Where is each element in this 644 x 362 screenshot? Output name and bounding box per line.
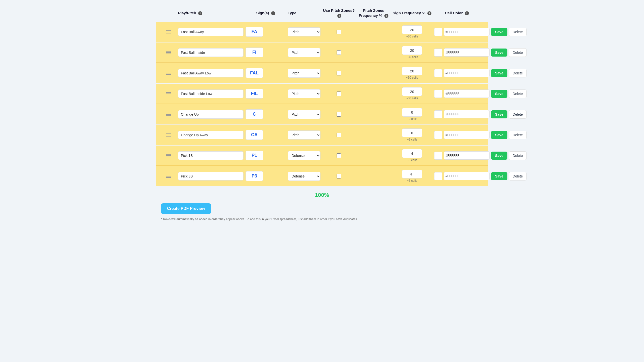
save-button[interactable]: Save (491, 49, 507, 57)
drag-handle[interactable] (161, 92, 176, 95)
color-swatch[interactable] (434, 172, 442, 180)
type-select[interactable]: PitchDefenseBase Running (288, 89, 320, 98)
col-header-sign-freq: Sign Frequency % i (392, 11, 432, 16)
color-hex-input[interactable] (444, 48, 490, 57)
delete-button[interactable]: Delete (509, 28, 527, 36)
sign-freq-cell: ~6 cells (392, 170, 432, 183)
drag-handle[interactable] (161, 113, 176, 116)
color-hex-input[interactable] (444, 89, 490, 98)
delete-button[interactable]: Delete (509, 151, 527, 160)
color-swatch[interactable] (434, 49, 442, 57)
color-hex-input[interactable] (444, 131, 490, 139)
type-cell: PitchDefenseBase Running (288, 151, 320, 160)
sign-freq-input[interactable] (402, 67, 422, 75)
sign-freq-input[interactable] (402, 149, 422, 158)
sign-freq-input[interactable] (402, 170, 422, 178)
sign-freq-input[interactable] (402, 46, 422, 55)
use-pitch-zones-checkbox[interactable] (337, 153, 341, 158)
cells-label: ~6 cells (407, 158, 417, 162)
signs-info-icon[interactable]: i (271, 11, 275, 15)
pitch-name-input[interactable] (178, 28, 244, 36)
create-pdf-button[interactable]: Create PDF Preview (161, 203, 211, 214)
type-select[interactable]: PitchDefenseBase Running (288, 27, 320, 36)
save-button[interactable]: Save (491, 90, 507, 98)
pitch-name-input[interactable] (178, 69, 244, 77)
type-select[interactable]: PitchDefenseBase Running (288, 172, 320, 181)
actions-cell: Save Delete (491, 28, 527, 36)
drag-handle[interactable] (161, 154, 176, 157)
actions-cell: Save Delete (491, 89, 527, 98)
use-pitch-zones-checkbox[interactable] (337, 112, 341, 117)
type-select[interactable]: PitchDefenseBase Running (288, 130, 320, 140)
drag-handle[interactable] (161, 30, 176, 33)
save-button[interactable]: Save (491, 172, 507, 180)
col-header-play-pitch: Play/Pitch i (178, 11, 244, 16)
save-button[interactable]: Save (491, 131, 507, 139)
delete-button[interactable]: Delete (509, 172, 527, 180)
pitch-name-input[interactable] (178, 89, 244, 98)
use-pitch-zones-info-icon[interactable]: i (337, 14, 341, 18)
pitch-name-input[interactable] (178, 151, 244, 160)
use-pitch-zones-checkbox[interactable] (337, 30, 341, 34)
type-select[interactable]: PitchDefenseBase Running (288, 69, 320, 78)
sign-cell: FA (246, 27, 286, 37)
table-row: C PitchDefenseBase Running ~9 cells Save… (156, 104, 488, 124)
delete-button[interactable]: Delete (509, 131, 527, 139)
delete-button[interactable]: Delete (509, 110, 527, 119)
delete-button[interactable]: Delete (509, 48, 527, 57)
play-pitch-info-icon[interactable]: i (198, 11, 202, 15)
type-select[interactable]: PitchDefenseBase Running (288, 110, 320, 119)
type-cell: PitchDefenseBase Running (288, 48, 320, 57)
delete-button[interactable]: Delete (509, 69, 527, 77)
save-button[interactable]: Save (491, 152, 507, 160)
save-button[interactable]: Save (491, 69, 507, 77)
use-pitch-zones-checkbox[interactable] (337, 133, 341, 137)
color-swatch[interactable] (434, 110, 442, 118)
footer-text: * Rows will automatically be added in or… (156, 217, 488, 221)
pitch-name-input[interactable] (178, 172, 244, 180)
sign-freq-input[interactable] (402, 128, 422, 137)
cell-color-cell: Save Delete (434, 89, 479, 98)
type-select[interactable]: PitchDefenseBase Running (288, 48, 320, 57)
type-select[interactable]: PitchDefenseBase Running (288, 151, 320, 160)
sign-cell: FI (246, 48, 286, 57)
cell-color-cell: Save Delete (434, 28, 479, 36)
color-swatch[interactable] (434, 131, 442, 139)
pitch-name-input[interactable] (178, 131, 244, 139)
color-hex-input[interactable] (444, 110, 490, 118)
color-swatch[interactable] (434, 90, 442, 98)
sign-freq-input[interactable] (402, 87, 422, 96)
color-swatch[interactable] (434, 69, 442, 77)
pitch-name-input[interactable] (178, 110, 244, 119)
use-pitch-zones-checkbox[interactable] (337, 71, 341, 75)
drag-handle[interactable] (161, 51, 176, 54)
pitch-zones-freq-info-icon[interactable]: i (384, 14, 388, 18)
sign-cell: CA (246, 130, 286, 140)
color-swatch[interactable] (434, 152, 442, 160)
color-hex-input[interactable] (444, 69, 490, 77)
sign-cell: FIL (246, 89, 286, 99)
sign-freq-info-icon[interactable]: i (427, 11, 431, 15)
drag-handle[interactable] (161, 72, 176, 75)
drag-handle[interactable] (161, 175, 176, 178)
use-pitch-zones-checkbox[interactable] (337, 50, 341, 55)
color-swatch[interactable] (434, 28, 442, 36)
cell-color-info-icon[interactable]: i (465, 11, 469, 15)
color-hex-input[interactable] (444, 172, 490, 180)
delete-button[interactable]: Delete (509, 89, 527, 98)
cell-color-cell: Save Delete (434, 172, 479, 180)
use-pitch-zones-checkbox[interactable] (337, 174, 341, 178)
sign-badge: FAL (246, 68, 263, 78)
cells-label: ~30 cells (406, 76, 418, 79)
save-button[interactable]: Save (491, 28, 507, 36)
save-button[interactable]: Save (491, 110, 507, 118)
sign-freq-input[interactable] (402, 25, 422, 34)
drag-handle[interactable] (161, 133, 176, 137)
pitch-name-input[interactable] (178, 48, 244, 57)
actions-cell: Save Delete (491, 172, 527, 180)
color-hex-input[interactable] (444, 28, 490, 36)
color-hex-input[interactable] (444, 151, 490, 160)
sign-freq-input[interactable] (402, 108, 422, 117)
use-pitch-zones-checkbox[interactable] (337, 92, 341, 96)
table-row: P3 PitchDefenseBase Running ~6 cells Sav… (156, 166, 488, 186)
